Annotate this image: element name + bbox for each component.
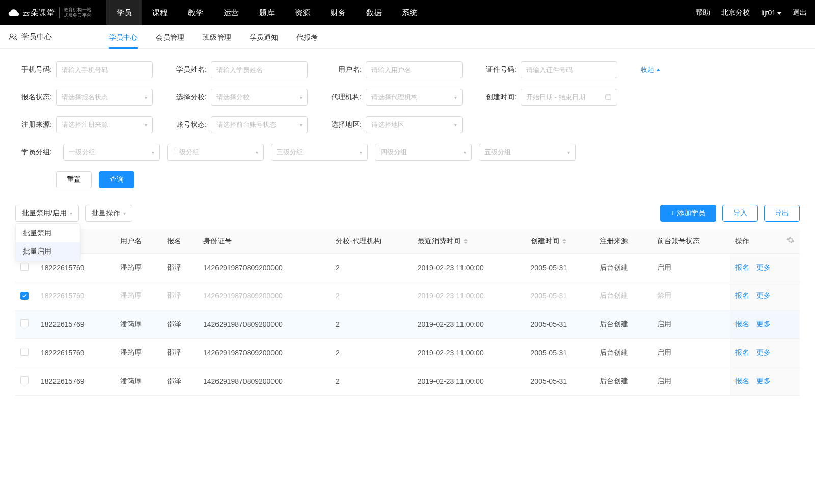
row-checkbox[interactable] bbox=[20, 376, 29, 384]
sub-tab-1[interactable]: 会员管理 bbox=[147, 25, 194, 49]
add-student-button[interactable]: + 添加学员 bbox=[660, 205, 716, 222]
top-nav-left: 云朵课堂 教育机构一站 式服务云平台 学员课程教学运营题库资源财务数据系统 bbox=[8, 0, 427, 25]
sub-tab-0[interactable]: 学员中心 bbox=[100, 25, 147, 49]
group-select-2[interactable]: 二级分组▾ bbox=[167, 144, 264, 161]
idno-input[interactable] bbox=[526, 66, 612, 74]
th-settings[interactable] bbox=[781, 229, 800, 254]
collapse-text: 收起 bbox=[641, 65, 654, 74]
row-enroll-link[interactable]: 报名 bbox=[735, 377, 749, 385]
name-input-wrap bbox=[211, 61, 308, 78]
th-create-time[interactable]: 创建时间 bbox=[526, 229, 595, 254]
row-enroll-link[interactable]: 报名 bbox=[735, 263, 749, 271]
row-enroll-link[interactable]: 报名 bbox=[735, 320, 749, 328]
row-checkbox[interactable] bbox=[20, 348, 29, 356]
filter-row-3: 注册来源: 请选择注册来源▾ 账号状态: 请选择前台账号状态▾ 选择地区: 请选… bbox=[15, 116, 800, 133]
import-button[interactable]: 导入 bbox=[722, 205, 758, 222]
region-select[interactable]: 请选择地区▾ bbox=[366, 116, 463, 133]
cell-branch: 2 bbox=[331, 282, 413, 310]
username-label: 用户名: bbox=[325, 65, 362, 74]
logout-link[interactable]: 退出 bbox=[793, 8, 807, 17]
filter-actions: 重置 查询 bbox=[56, 171, 800, 188]
cell-idno: 14262919870809200000 bbox=[198, 339, 331, 367]
top-tab-2[interactable]: 教学 bbox=[178, 0, 213, 25]
chevron-down-icon: ▾ bbox=[567, 150, 570, 155]
top-tab-4[interactable]: 题库 bbox=[249, 0, 285, 25]
top-tab-3[interactable]: 运营 bbox=[213, 0, 249, 25]
branch-ph: 请选择分校 bbox=[216, 93, 250, 102]
reg-source-select[interactable]: 请选择注册来源▾ bbox=[56, 116, 153, 133]
agency-select[interactable]: 请选择代理机构▾ bbox=[366, 89, 463, 106]
cell-enroll: 邵泽 bbox=[162, 282, 198, 310]
help-link[interactable]: 帮助 bbox=[696, 8, 710, 17]
top-tab-1[interactable]: 课程 bbox=[142, 0, 178, 25]
row-more-link[interactable]: 更多 bbox=[756, 377, 771, 385]
batch-op-dropdown[interactable]: 批量操作 ▾ bbox=[85, 205, 132, 222]
phone-input[interactable] bbox=[62, 66, 147, 74]
cell-op: 报名更多 bbox=[730, 282, 800, 310]
sub-nav-title: 学员中心 bbox=[21, 32, 52, 42]
filter-row-group: 学员分组: 一级分组▾二级分组▾三级分组▾四级分组▾五级分组▾ bbox=[15, 144, 800, 161]
chevron-down-icon: ▾ bbox=[70, 211, 72, 216]
th-last-consume[interactable]: 最近消费时间 bbox=[413, 229, 526, 254]
cell-account-status: 启用 bbox=[652, 310, 730, 339]
group-select-5[interactable]: 五级分组▾ bbox=[479, 144, 576, 161]
region-ph: 请选择地区 bbox=[371, 120, 404, 129]
table-body: 18222615769潘筠厚邵泽142629198708092000002201… bbox=[15, 254, 800, 396]
th-last-consume-label: 最近消费时间 bbox=[418, 237, 460, 245]
user-menu[interactable]: lijt01 bbox=[761, 9, 781, 17]
group-select-3[interactable]: 三级分组▾ bbox=[271, 144, 368, 161]
th-enroll: 报名 bbox=[162, 229, 198, 254]
branch-link[interactable]: 北京分校 bbox=[721, 8, 750, 17]
row-more-link[interactable]: 更多 bbox=[756, 291, 771, 299]
top-tab-7[interactable]: 数据 bbox=[356, 0, 392, 25]
row-more-link[interactable]: 更多 bbox=[756, 263, 771, 271]
cell-reg-source: 后台创建 bbox=[594, 254, 651, 282]
reset-button[interactable]: 重置 bbox=[56, 171, 92, 188]
row-checkbox[interactable] bbox=[20, 263, 29, 271]
sub-tab-4[interactable]: 代报考 bbox=[287, 25, 327, 49]
dropdown-item-0[interactable]: 批量禁用 bbox=[16, 224, 80, 242]
cell-account-status: 启用 bbox=[652, 254, 730, 282]
calendar-icon bbox=[605, 93, 612, 102]
chevron-down-icon: ▾ bbox=[464, 150, 466, 155]
account-status-ph: 请选择前台账号状态 bbox=[216, 120, 276, 129]
username-input[interactable] bbox=[371, 66, 457, 74]
account-status-select[interactable]: 请选择前台账号状态▾ bbox=[211, 116, 308, 133]
name-input[interactable] bbox=[216, 66, 302, 74]
collapse-toggle[interactable]: 收起 bbox=[641, 65, 660, 74]
export-button[interactable]: 导出 bbox=[764, 205, 800, 222]
search-button[interactable]: 查询 bbox=[99, 171, 134, 188]
top-tab-0[interactable]: 学员 bbox=[106, 0, 142, 25]
top-tab-8[interactable]: 系统 bbox=[392, 0, 427, 25]
students-table: 用户名 报名 身份证号 分校-代理机构 最近消费时间 创建时间 注册来源 前台账… bbox=[15, 229, 800, 396]
toolbar-left: 批量禁用/启用 ▾ 批量禁用批量启用 批量操作 ▾ bbox=[15, 205, 132, 222]
cell-account-status: 启用 bbox=[652, 367, 730, 396]
top-tab-6[interactable]: 财务 bbox=[320, 0, 356, 25]
phone-input-wrap bbox=[56, 61, 153, 78]
cell-phone: 18222615769 bbox=[36, 310, 115, 339]
group-select-1[interactable]: 一级分组▾ bbox=[63, 144, 160, 161]
sub-tab-3[interactable]: 学员通知 bbox=[240, 25, 287, 49]
row-enroll-link[interactable]: 报名 bbox=[735, 291, 749, 299]
filter-enroll-status: 报名状态: 请选择报名状态▾ bbox=[15, 89, 153, 106]
filter-create-time: 创建时间: 开始日期 - 结束日期 bbox=[480, 89, 617, 106]
filter-group: 学员分组: 一级分组▾二级分组▾三级分组▾四级分组▾五级分组▾ bbox=[15, 144, 576, 161]
group-select-4[interactable]: 四级分组▾ bbox=[375, 144, 472, 161]
sub-tab-2[interactable]: 班级管理 bbox=[194, 25, 240, 49]
user-name: lijt01 bbox=[761, 9, 776, 17]
group-ph-3: 三级分组 bbox=[277, 148, 303, 157]
row-checkbox[interactable] bbox=[20, 319, 29, 327]
th-create-time-label: 创建时间 bbox=[531, 237, 559, 245]
enroll-status-select[interactable]: 请选择报名状态▾ bbox=[56, 89, 153, 106]
row-checkbox[interactable] bbox=[20, 292, 29, 300]
create-time-range[interactable]: 开始日期 - 结束日期 bbox=[521, 89, 617, 106]
batch-toggle-dropdown[interactable]: 批量禁用/启用 ▾ bbox=[15, 205, 79, 222]
row-more-link[interactable]: 更多 bbox=[756, 320, 771, 328]
branch-select[interactable]: 请选择分校▾ bbox=[211, 89, 308, 106]
dropdown-item-1[interactable]: 批量启用 bbox=[16, 242, 80, 261]
row-more-link[interactable]: 更多 bbox=[756, 348, 771, 356]
reg-source-label: 注册来源: bbox=[15, 120, 52, 129]
row-enroll-link[interactable]: 报名 bbox=[735, 348, 749, 356]
top-tab-5[interactable]: 资源 bbox=[285, 0, 320, 25]
filter-row-2: 报名状态: 请选择报名状态▾ 选择分校: 请选择分校▾ 代理机构: 请选择代理机… bbox=[15, 89, 800, 106]
